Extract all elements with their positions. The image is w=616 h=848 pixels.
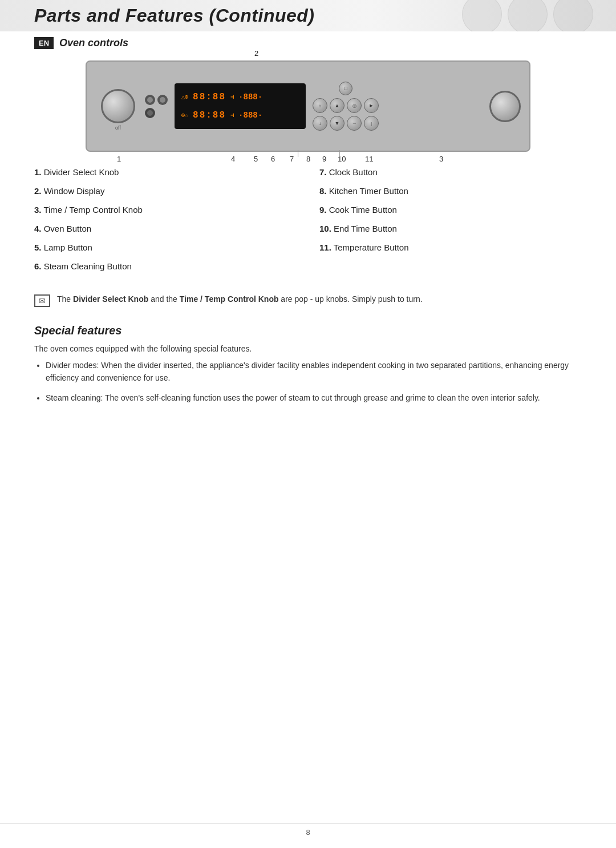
page-footer: 8 [0, 823, 616, 837]
part-item-4: 4. Oven Button [34, 223, 297, 235]
display-digits-2: 88:88 [193, 110, 226, 120]
display-icon-2: ⊙☆ [181, 112, 188, 119]
feature-item-1: Divider modes: When the divider inserted… [46, 359, 582, 385]
part-item-5: 5. Lamp Button [34, 241, 297, 253]
display-row-1: △⊙ 88:88 ⊣ ·888· [181, 92, 299, 102]
label-9: 9 [322, 155, 326, 163]
kitchen-timer-button[interactable]: | [364, 116, 379, 131]
label-1: 1 [117, 155, 121, 163]
label-6: 6 [271, 155, 275, 163]
label-11: 11 [365, 155, 373, 163]
part-label-6: Steam Cleaning Button [44, 261, 132, 271]
time-temp-control-knob[interactable] [489, 91, 521, 122]
part-item-8: 8. Kitchen Timer Button [319, 185, 582, 197]
oven-controls-label: Oven controls [59, 37, 128, 49]
circle-button[interactable]: ◎ [347, 98, 362, 113]
diagram-num2-label: 2 [254, 49, 258, 58]
indicators [145, 95, 168, 118]
clock-button[interactable]: → [347, 116, 362, 131]
label-7: 7 [290, 155, 294, 163]
note-bold-1: Divider Select Knob [73, 294, 148, 304]
display-digits-1: 88:88 [193, 92, 226, 102]
parts-col-right: 7. Clock Button 8. Kitchen Timer Button … [319, 166, 582, 279]
part-num-8: 8. [319, 186, 327, 196]
special-features-title: Special features [34, 324, 582, 337]
content-area: EN Oven controls 2 [0, 37, 616, 434]
part-label-10: End Time Button [334, 224, 397, 233]
part-label-7: Clock Button [329, 167, 378, 177]
part-item-10: 10. End Time Button [319, 223, 582, 235]
down-arrow-button[interactable]: ▼ [330, 116, 345, 131]
part-item-1: 1. Divider Select Knob [34, 166, 297, 178]
oven-button[interactable]: □ [339, 82, 352, 95]
oven-control-panel: △⊙ 88:88 ⊣ ·888· ⊙☆ 88:88 ⊣ ·888· [86, 60, 530, 152]
special-features-section: Special features The oven comes equipped… [34, 324, 582, 404]
oven-diagram-container: 2 △⊙ [86, 60, 530, 155]
part-num-5: 5. [34, 243, 42, 252]
parts-list: 1. Divider Select Knob 2. Window Display… [34, 166, 582, 279]
display-temp-2: ·888· [238, 111, 262, 120]
features-intro: The oven comes equipped with the followi… [34, 344, 582, 353]
display-row-2: ⊙☆ 88:88 ⊣ ·888· [181, 110, 299, 120]
lamp-button[interactable]: ⌂ [313, 98, 327, 113]
part-num-9: 9. [319, 205, 327, 215]
part-item-11: 11. Temperature Button [319, 241, 582, 253]
part-num-10: 10. [319, 224, 331, 233]
part-num-3: 3. [34, 205, 42, 215]
part-label-2: Window Display [44, 186, 105, 196]
part-item-9: 9. Cook Time Button [319, 204, 582, 216]
up-arrow[interactable]: ▲ [330, 98, 345, 113]
button-group: □ ⌂ ▲ ◎ ► ↓ ▼ → | [313, 82, 379, 131]
en-badge: EN [34, 37, 54, 49]
page-title: Parts and Features (Continued) [34, 5, 315, 26]
label-5: 5 [254, 155, 258, 163]
label-4: 4 [231, 155, 235, 163]
diagram-label-row: 2 △⊙ [34, 60, 582, 155]
oven-controls-header: EN Oven controls [34, 37, 582, 49]
note-box: The Divider Select Knob and the Time / T… [34, 293, 582, 307]
parts-col-left: 1. Divider Select Knob 2. Window Display… [34, 166, 297, 279]
note-bold-2: Time / Temp Control Knob [180, 294, 279, 304]
divider-select-knob[interactable] [101, 89, 135, 123]
part-label-5: Lamp Button [44, 243, 92, 252]
part-num-7: 7. [319, 167, 327, 177]
display-temp-1: ·888· [238, 92, 262, 102]
part-num-4: 4. [34, 224, 42, 233]
window-display: △⊙ 88:88 ⊣ ·888· ⊙☆ 88:88 ⊣ ·888· [175, 83, 306, 129]
part-item-2: 2. Window Display [34, 185, 297, 197]
page-header: Parts and Features (Continued) [0, 0, 616, 31]
features-list: Divider modes: When the divider inserted… [34, 359, 582, 404]
part-num-6: 6. [34, 261, 42, 271]
part-label-1: Divider Select Knob [44, 167, 119, 177]
part-num-1: 1. [34, 167, 42, 177]
steam-cleaning-button[interactable]: ↓ [313, 116, 327, 131]
display-icon-1: △⊙ [181, 94, 188, 100]
right-arrow[interactable]: ► [364, 98, 379, 113]
feature-item-2: Steam cleaning: The oven's self-cleaning… [46, 391, 582, 404]
part-item-6: 6. Steam Cleaning Button [34, 260, 297, 272]
part-item-7: 7. Clock Button [319, 166, 582, 178]
part-label-9: Cook Time Button [329, 205, 397, 215]
part-label-11: Temperature Button [334, 243, 409, 252]
part-label-3: Time / Temp Control Knob [43, 205, 142, 215]
header-decoration [462, 0, 593, 31]
label-8: 8 [306, 155, 310, 163]
note-text: The Divider Select Knob and the Time / T… [57, 293, 423, 305]
page-number: 8 [306, 828, 310, 837]
part-num-2: 2. [34, 186, 42, 196]
note-text-after: are pop - up knobs. Simply push to turn. [278, 294, 422, 304]
part-item-3: 3. Time / Temp Control Knob [34, 204, 297, 216]
part-label-8: Kitchen Timer Button [329, 186, 408, 196]
note-icon [34, 294, 50, 307]
part-num-11: 11. [319, 243, 331, 252]
label-3: 3 [439, 155, 443, 163]
part-label-4: Oven Button [44, 224, 91, 233]
